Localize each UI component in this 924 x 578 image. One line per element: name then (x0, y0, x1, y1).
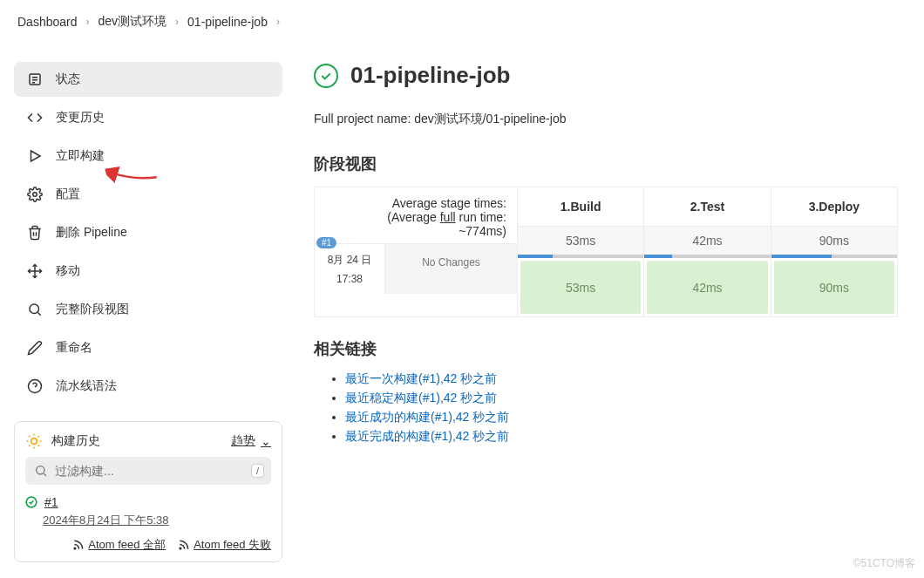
breadcrumb-folder[interactable]: dev测试环境 (99, 14, 167, 30)
code-icon (26, 109, 44, 126)
permalink[interactable]: 最近稳定构建(#1),42 秒之前 (345, 391, 497, 405)
svg-marker-4 (31, 151, 41, 161)
page-title: 01-pipeline-job (350, 62, 510, 89)
stage-avg: 90ms (771, 227, 897, 258)
build-history-title: 构建历史 (51, 433, 100, 449)
sidebar-item-label: 变更历史 (56, 110, 105, 126)
svg-point-8 (30, 304, 39, 314)
run-date: 8月 24 日 17:38 (315, 244, 384, 294)
avg-label: ~774ms) (325, 224, 506, 238)
rss-icon (178, 539, 190, 551)
sidebar-item-label: 删除 Pipeline (56, 225, 127, 241)
svg-point-25 (180, 547, 181, 549)
svg-line-22 (44, 473, 46, 476)
success-icon (25, 496, 37, 508)
chevron-right-icon: › (273, 16, 283, 28)
success-icon (314, 64, 338, 88)
help-icon (26, 377, 44, 395)
stage-column-build[interactable]: 1.Build 53ms 53ms (517, 187, 643, 316)
watermark: ©51CTO博客 (853, 556, 915, 571)
breadcrumb-job[interactable]: 01-pipeline-job (187, 15, 268, 29)
svg-point-12 (31, 439, 37, 445)
search-icon (26, 301, 44, 318)
sidebar-item-build-now[interactable]: 立即构建 (14, 139, 282, 173)
stage-cell[interactable]: 90ms (774, 261, 894, 314)
build-link[interactable]: #1 (44, 495, 58, 509)
svg-line-19 (29, 445, 30, 446)
svg-line-16 (38, 445, 39, 446)
run-changes: No Changes (384, 244, 517, 294)
shortcut-hint: / (251, 464, 264, 478)
permalink[interactable]: 最近成功的构建(#1),42 秒之前 (345, 410, 509, 424)
sidebar-item-label: 配置 (56, 187, 80, 202)
breadcrumb: Dashboard › dev测试环境 › 01-pipeline-job › (17, 14, 907, 30)
stage-cell[interactable]: 42ms (647, 261, 767, 314)
run-badge[interactable]: #1 (316, 237, 336, 248)
status-icon (26, 71, 44, 88)
breadcrumb-dashboard[interactable]: Dashboard (17, 15, 78, 29)
sidebar-item-label: 立即构建 (56, 148, 105, 164)
chevron-down-icon: ⌄ (261, 434, 271, 448)
svg-line-9 (37, 312, 40, 315)
stage-header: 3.Deploy (771, 187, 897, 227)
stage-column-test[interactable]: 2.Test 42ms 42ms (643, 187, 770, 316)
play-icon (26, 147, 44, 165)
rss-icon (72, 539, 85, 551)
stage-header: 1.Build (518, 187, 643, 227)
trend-link[interactable]: 趋势 ⌄ (231, 433, 271, 449)
stage-avg: 42ms (644, 227, 770, 258)
filter-builds-input[interactable] (25, 457, 271, 485)
permalink[interactable]: 最近完成的构建(#1),42 秒之前 (345, 429, 509, 443)
sidebar-item-label: 完整阶段视图 (56, 302, 129, 317)
avg-label: (Average full run time: (325, 210, 506, 224)
gear-icon (26, 186, 44, 203)
stage-view-table: Average stage times: (Average full run t… (314, 187, 898, 317)
edit-icon (26, 339, 44, 357)
build-history-widget: 构建历史 趋势 ⌄ / #1 2024年8月24日 下午5:38 Atom fe… (14, 421, 282, 562)
chevron-right-icon: › (83, 16, 93, 28)
sidebar-item-delete[interactable]: 删除 Pipeline (14, 215, 282, 250)
stage-view-heading: 阶段视图 (314, 153, 898, 174)
sidebar-item-move[interactable]: 移动 (14, 254, 282, 289)
stage-header: 2.Test (644, 187, 770, 227)
sidebar-item-label: 状态 (56, 71, 80, 87)
sidebar-item-label: 重命名 (56, 340, 92, 356)
svg-line-20 (38, 436, 39, 437)
svg-point-5 (33, 193, 37, 197)
atom-feed-all[interactable]: Atom feed 全部 (72, 537, 166, 553)
move-icon (26, 262, 44, 280)
svg-point-21 (37, 466, 44, 474)
sidebar-item-label: 流水线语法 (56, 378, 117, 394)
sidebar-item-full-stage-view[interactable]: 完整阶段视图 (14, 292, 282, 327)
stage-avg: 53ms (518, 227, 643, 258)
permalink[interactable]: 最近一次构建(#1),42 秒之前 (345, 371, 497, 385)
full-project-name: Full project name: dev测试环境/01-pipeline-j… (314, 112, 898, 127)
sidebar-item-rename[interactable]: 重命名 (14, 330, 282, 365)
build-date-link[interactable]: 2024年8月24日 下午5:38 (25, 513, 271, 528)
sidebar-item-status[interactable]: 状态 (14, 62, 282, 97)
svg-point-24 (74, 547, 76, 549)
sidebar-item-configure[interactable]: 配置 (14, 177, 282, 212)
stage-column-deploy[interactable]: 3.Deploy 90ms 90ms (771, 187, 897, 316)
permalinks: 最近一次构建(#1),42 秒之前 最近稳定构建(#1),42 秒之前 最近成功… (314, 371, 898, 445)
trash-icon (26, 224, 44, 241)
chevron-right-icon: › (172, 16, 182, 28)
sidebar-item-label: 移动 (56, 263, 80, 279)
svg-line-15 (29, 436, 30, 437)
avg-label: Average stage times: (325, 196, 506, 210)
stage-cell[interactable]: 53ms (520, 261, 641, 314)
links-heading: 相关链接 (314, 338, 898, 359)
sun-icon (25, 432, 43, 450)
sidebar-item-pipeline-syntax[interactable]: 流水线语法 (14, 369, 282, 404)
atom-feed-fail[interactable]: Atom feed 失败 (178, 537, 271, 553)
sidebar-item-changes[interactable]: 变更历史 (14, 100, 282, 135)
search-icon (34, 464, 48, 478)
